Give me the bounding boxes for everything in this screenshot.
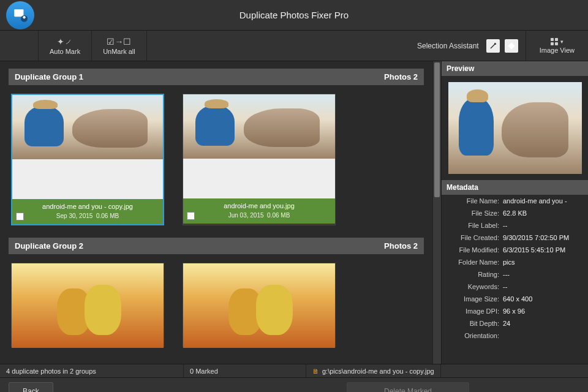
content-area: Duplicate Group 1 Photos 2 android-me an… [0, 61, 432, 364]
delete-marked-button[interactable]: Delete Marked [347, 382, 469, 393]
group-header[interactable]: Duplicate Group 2 Photos 2 [9, 238, 424, 254]
meta-image-size: 640 x 400 [503, 295, 583, 303]
metadata-header: Metadata [442, 180, 588, 195]
photo-thumb [183, 263, 335, 348]
photo-thumb [12, 95, 163, 199]
status-marked: 0 Marked [184, 364, 306, 377]
group-count: Photos 2 [384, 72, 418, 81]
photo-card[interactable] [183, 263, 336, 347]
meta-file-label: -- [503, 222, 583, 229]
file-icon: 🗎 [312, 368, 319, 375]
toolbar: ✦⟋ Auto Mark ☑→☐ UnMark all Selection As… [0, 31, 588, 61]
chevron-down-icon: ▾ [560, 39, 564, 45]
unmark-icon: ☑→☐ [107, 37, 131, 47]
status-summary: 4 duplicate photos in 2 groups [0, 364, 184, 377]
back-button[interactable]: Back [9, 382, 53, 393]
selection-assistant: Selection Assistant [410, 31, 526, 61]
auto-mark-label: Auto Mark [50, 48, 80, 55]
app-title: Duplicate Photos Fixer Pro [239, 10, 349, 20]
svg-rect-0 [14, 9, 23, 17]
photo-card[interactable]: android-me and you.jpg Jun 03, 2015 0.06… [183, 94, 336, 225]
unmark-all-label: UnMark all [103, 48, 135, 55]
bottom-bar: Back Delete Marked [0, 377, 588, 392]
status-path: 🗎 g:\pics\android-me and you - copy.jpg [306, 364, 441, 377]
meta-bit-depth: 24 [503, 320, 583, 327]
meta-file-size: 62.8 KB [503, 209, 583, 217]
meta-rating: --- [503, 271, 583, 278]
svg-rect-4 [508, 42, 514, 49]
group-title: Duplicate Group 1 [15, 72, 83, 81]
selection-assist-1-button[interactable] [486, 39, 500, 53]
photo-filename: android-me and you - copy.jpg [15, 203, 160, 210]
meta-file-modified: 6/3/2015 5:45:10 PM [503, 246, 583, 254]
meta-orientation [503, 332, 583, 339]
auto-mark-button[interactable]: ✦⟋ Auto Mark [38, 31, 92, 61]
wand-icon: ✦⟋ [57, 37, 73, 47]
group-header[interactable]: Duplicate Group 1 Photos 2 [9, 69, 424, 85]
app-logo [6, 1, 34, 29]
photo-thumb [12, 263, 164, 348]
photo-card[interactable]: android-me and you - copy.jpg Sep 30, 20… [11, 94, 164, 225]
meta-keywords: -- [503, 283, 583, 290]
meta-file-name: android-me and you - [503, 197, 583, 205]
unmark-all-button[interactable]: ☑→☐ UnMark all [92, 31, 147, 61]
photo-checkbox[interactable] [187, 212, 195, 220]
grid-icon [551, 38, 558, 45]
status-bar: 4 duplicate photos in 2 groups 0 Marked … [0, 364, 588, 377]
group-title: Duplicate Group 2 [15, 241, 83, 251]
image-view-label: Image View [540, 47, 575, 54]
photo-checkbox[interactable] [16, 213, 24, 221]
selection-assist-2-button[interactable] [505, 39, 518, 53]
photo-filename: android-me and you.jpg [186, 202, 333, 209]
preview-image [448, 82, 582, 174]
preview-header: Preview [442, 61, 588, 76]
group-count: Photos 2 [384, 241, 418, 251]
meta-file-created: 9/30/2015 7:02:50 PM [503, 234, 583, 241]
photo-thumb [183, 94, 335, 198]
selection-assistant-label: Selection Assistant [417, 42, 479, 50]
vertical-scrollbar[interactable] [432, 61, 441, 364]
svg-rect-3 [23, 16, 24, 18]
image-view-button[interactable]: ▾ Image View [526, 31, 588, 61]
title-bar: Duplicate Photos Fixer Pro [0, 0, 588, 31]
meta-image-dpi: 96 x 96 [503, 307, 583, 315]
photo-card[interactable] [11, 263, 164, 347]
meta-folder-name: pics [503, 258, 583, 266]
sidebar: Preview Metadata File Name:android-me an… [441, 61, 588, 364]
metadata-panel: File Name:android-me and you - File Size… [442, 195, 588, 364]
